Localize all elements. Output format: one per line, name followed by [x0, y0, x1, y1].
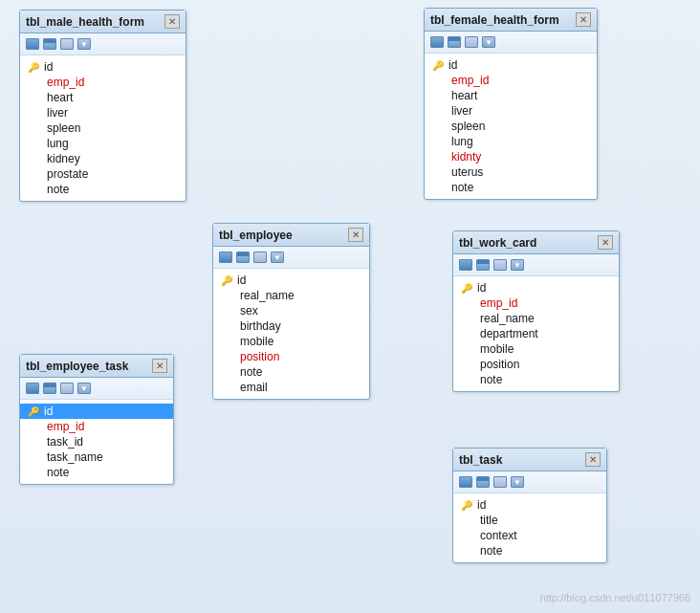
table-field-row[interactable]: 🔑id	[20, 404, 173, 419]
table-field-row[interactable]: lung	[20, 136, 186, 151]
table-fields-tbl_employee_task: 🔑idemp_idtask_idtask_namenote	[20, 400, 173, 484]
field-name-label: lung	[47, 137, 69, 150]
toolbar-table-icon[interactable]	[475, 474, 491, 490]
table-field-row[interactable]: 🔑id	[453, 280, 619, 296]
table-field-row[interactable]: spleen	[20, 120, 186, 136]
table-field-row[interactable]: 🔑id	[20, 59, 186, 75]
table-field-row[interactable]: heart	[425, 88, 597, 103]
field-name-label: department	[480, 327, 538, 340]
table-field-row[interactable]: sex	[213, 303, 369, 318]
table-field-row[interactable]: note	[20, 182, 186, 197]
table-field-row[interactable]: note	[453, 543, 606, 558]
toolbar-grid-icon[interactable]	[25, 381, 40, 396]
field-name-label: task_id	[47, 435, 83, 449]
table-field-row[interactable]: emp_id	[425, 73, 597, 88]
table-toolbar-tbl_male_health_form: ▼	[20, 33, 186, 55]
table-field-row[interactable]: spleen	[425, 119, 597, 134]
table-fields-tbl_task: 🔑idtitlecontextnote	[453, 493, 606, 562]
table-title-tbl_employee_task: tbl_employee_task	[26, 360, 128, 373]
table-field-row[interactable]: lung	[425, 134, 597, 149]
table-field-row[interactable]: note	[425, 180, 597, 195]
primary-key-icon: 🔑	[461, 500, 472, 511]
table-close-tbl_female_health_form[interactable]: ✕	[576, 12, 591, 27]
table-field-row[interactable]: heart	[20, 90, 186, 105]
field-name-label: real_name	[480, 312, 535, 325]
table-field-row[interactable]: kidnty	[425, 149, 597, 164]
field-name-label: mobile	[240, 335, 273, 348]
field-name-label: title	[480, 514, 498, 527]
primary-key-icon: 🔑	[432, 60, 444, 71]
table-field-row[interactable]: note	[453, 372, 619, 387]
field-name-label: kidnty	[451, 150, 481, 164]
toolbar-key-icon[interactable]	[252, 250, 268, 265]
field-name-label: id	[477, 281, 486, 295]
table-field-row[interactable]: 🔑id	[453, 497, 606, 513]
table-field-row[interactable]: prostate	[20, 166, 186, 182]
toolbar-dropdown-icon[interactable]: ▼	[77, 381, 92, 396]
table-field-row[interactable]: position	[453, 357, 619, 372]
table-field-row[interactable]: emp_id	[20, 419, 173, 434]
toolbar-key-icon[interactable]	[492, 257, 508, 273]
toolbar-table-icon[interactable]	[235, 250, 251, 265]
field-name-label: real_name	[240, 289, 295, 302]
table-close-tbl_male_health_form[interactable]: ✕	[164, 14, 180, 29]
table-field-row[interactable]: note	[213, 364, 369, 380]
table-close-tbl_employee[interactable]: ✕	[348, 228, 363, 242]
table-field-row[interactable]: 🔑id	[213, 273, 369, 288]
toolbar-dropdown-icon[interactable]: ▼	[77, 36, 92, 52]
toolbar-dropdown-icon[interactable]: ▼	[510, 474, 525, 490]
table-field-row[interactable]: department	[453, 326, 619, 341]
table-close-tbl_work_card[interactable]: ✕	[598, 235, 613, 250]
field-name-label: note	[480, 373, 502, 386]
table-field-row[interactable]: mobile	[453, 341, 619, 357]
field-name-label: lung	[451, 135, 473, 148]
toolbar-key-icon[interactable]	[59, 36, 75, 52]
table-field-row[interactable]: note	[20, 465, 173, 480]
table-field-row[interactable]: liver	[425, 103, 597, 119]
table-close-tbl_task[interactable]: ✕	[585, 452, 601, 467]
table-field-row[interactable]: 🔑id	[425, 57, 597, 73]
table-field-row[interactable]: position	[213, 349, 369, 364]
table-field-row[interactable]: uterus	[425, 164, 597, 180]
toolbar-dropdown-icon[interactable]: ▼	[481, 34, 496, 50]
toolbar-grid-icon[interactable]	[458, 257, 473, 273]
toolbar-grid-icon[interactable]	[218, 250, 233, 265]
table-field-row[interactable]: task_id	[20, 434, 173, 449]
table-header-tbl_work_card: tbl_work_card✕	[453, 231, 619, 254]
table-field-row[interactable]: liver	[20, 105, 186, 120]
table-toolbar-tbl_employee: ▼	[213, 247, 369, 269]
table-field-row[interactable]: task_name	[20, 449, 173, 465]
watermark: http://blog.csdn.net/u011077966	[540, 592, 690, 603]
table-field-row[interactable]: real_name	[213, 288, 369, 303]
table-field-row[interactable]: email	[213, 380, 369, 395]
table-field-row[interactable]: birthday	[213, 318, 369, 334]
toolbar-grid-icon[interactable]	[429, 34, 445, 50]
table-title-tbl_work_card: tbl_work_card	[459, 236, 536, 250]
toolbar-table-icon[interactable]	[42, 381, 57, 396]
table-field-row[interactable]: mobile	[213, 334, 369, 349]
toolbar-key-icon[interactable]	[59, 381, 75, 396]
toolbar-table-icon[interactable]	[475, 257, 491, 273]
table-field-row[interactable]: kidney	[20, 151, 186, 166]
table-close-tbl_employee_task[interactable]: ✕	[152, 359, 167, 373]
table-field-row[interactable]: title	[453, 513, 606, 528]
table-field-row[interactable]: real_name	[453, 311, 619, 326]
toolbar-key-icon[interactable]	[492, 474, 508, 490]
toolbar-key-icon[interactable]	[464, 34, 479, 50]
toolbar-dropdown-icon[interactable]: ▼	[270, 250, 285, 265]
table-field-row[interactable]: context	[453, 528, 606, 543]
toolbar-dropdown-icon[interactable]: ▼	[510, 257, 525, 273]
toolbar-table-icon[interactable]	[42, 36, 57, 52]
table-header-tbl_female_health_form: tbl_female_health_form✕	[425, 9, 597, 32]
table-field-row[interactable]: emp_id	[453, 296, 619, 311]
toolbar-grid-icon[interactable]	[25, 36, 40, 52]
field-name-label: id	[477, 498, 486, 512]
toolbar-table-icon[interactable]	[447, 34, 462, 50]
table-field-row[interactable]: emp_id	[20, 75, 186, 90]
table-toolbar-tbl_female_health_form: ▼	[425, 32, 597, 54]
field-name-label: note	[47, 466, 69, 479]
field-name-label: heart	[47, 91, 73, 104]
toolbar-grid-icon[interactable]	[458, 474, 473, 490]
field-name-label: spleen	[451, 120, 485, 133]
table-fields-tbl_male_health_form: 🔑idemp_idheartliverspleenlungkidneyprost…	[20, 55, 186, 201]
